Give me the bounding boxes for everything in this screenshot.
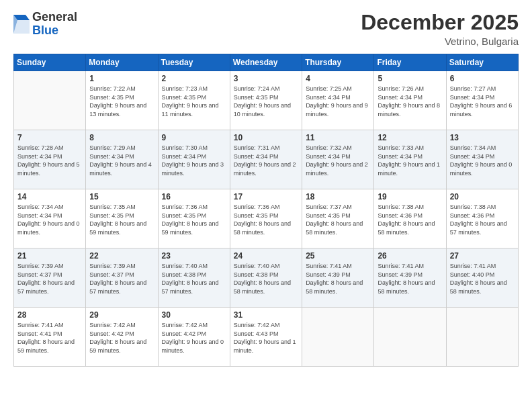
day-number: 23 xyxy=(162,251,226,261)
day-number: 27 xyxy=(450,251,515,261)
weekday-header: Saturday xyxy=(446,54,518,71)
month-title: December 2025 xyxy=(361,11,519,34)
calendar-cell: 10Sunrise: 7:31 AMSunset: 4:34 PMDayligh… xyxy=(230,130,302,189)
day-number: 28 xyxy=(17,310,82,320)
day-info: Sunrise: 7:39 AMSunset: 4:37 PMDaylight:… xyxy=(17,262,82,295)
day-number: 6 xyxy=(450,74,515,83)
day-number: 22 xyxy=(89,251,154,261)
calendar-cell: 21Sunrise: 7:39 AMSunset: 4:37 PMDayligh… xyxy=(14,248,86,308)
day-info: Sunrise: 7:33 AMSunset: 4:34 PMDaylight:… xyxy=(378,144,442,177)
day-number: 10 xyxy=(234,133,298,142)
calendar-week-row: 28Sunrise: 7:41 AMSunset: 4:41 PMDayligh… xyxy=(14,308,519,367)
day-number: 19 xyxy=(378,192,442,201)
day-number: 4 xyxy=(306,74,370,83)
logo-icon xyxy=(13,15,30,34)
day-number: 7 xyxy=(17,133,82,142)
calendar-cell: 26Sunrise: 7:41 AMSunset: 4:39 PMDayligh… xyxy=(374,248,446,308)
calendar-table: SundayMondayTuesdayWednesdayThursdayFrid… xyxy=(13,54,519,367)
location: Vetrino, Bulgaria xyxy=(361,36,519,47)
calendar-cell xyxy=(446,308,518,367)
day-info: Sunrise: 7:24 AMSunset: 4:35 PMDaylight:… xyxy=(234,85,298,118)
day-number: 16 xyxy=(162,192,226,201)
calendar-cell: 4Sunrise: 7:25 AMSunset: 4:34 PMDaylight… xyxy=(302,71,374,130)
header: General Blue December 2025 Vetrino, Bulg… xyxy=(13,11,519,47)
calendar-cell: 22Sunrise: 7:39 AMSunset: 4:37 PMDayligh… xyxy=(86,248,158,308)
day-info: Sunrise: 7:30 AMSunset: 4:34 PMDaylight:… xyxy=(162,144,226,177)
day-info: Sunrise: 7:23 AMSunset: 4:35 PMDaylight:… xyxy=(162,85,226,118)
weekday-header: Sunday xyxy=(14,54,86,71)
day-info: Sunrise: 7:34 AMSunset: 4:34 PMDaylight:… xyxy=(17,203,82,236)
calendar-cell: 9Sunrise: 7:30 AMSunset: 4:34 PMDaylight… xyxy=(158,130,230,189)
day-number: 30 xyxy=(162,310,226,320)
day-info: Sunrise: 7:41 AMSunset: 4:39 PMDaylight:… xyxy=(306,262,370,295)
calendar-cell: 29Sunrise: 7:42 AMSunset: 4:42 PMDayligh… xyxy=(86,308,158,367)
day-info: Sunrise: 7:41 AMSunset: 4:39 PMDaylight:… xyxy=(378,262,442,295)
calendar-cell: 27Sunrise: 7:41 AMSunset: 4:40 PMDayligh… xyxy=(446,248,518,308)
day-info: Sunrise: 7:27 AMSunset: 4:34 PMDaylight:… xyxy=(450,85,515,118)
calendar-header-row: SundayMondayTuesdayWednesdayThursdayFrid… xyxy=(14,54,519,71)
day-number: 18 xyxy=(306,192,370,201)
day-number: 9 xyxy=(162,133,226,142)
calendar-cell: 14Sunrise: 7:34 AMSunset: 4:34 PMDayligh… xyxy=(14,189,86,248)
day-number: 12 xyxy=(378,133,442,142)
calendar-week-row: 1Sunrise: 7:22 AMSunset: 4:35 PMDaylight… xyxy=(14,71,519,130)
day-info: Sunrise: 7:34 AMSunset: 4:34 PMDaylight:… xyxy=(450,144,515,177)
day-number: 3 xyxy=(234,74,298,83)
day-number: 14 xyxy=(17,192,82,201)
day-number: 8 xyxy=(89,133,154,142)
calendar-cell: 17Sunrise: 7:36 AMSunset: 4:35 PMDayligh… xyxy=(230,189,302,248)
calendar-cell: 28Sunrise: 7:41 AMSunset: 4:41 PMDayligh… xyxy=(14,308,86,367)
day-info: Sunrise: 7:40 AMSunset: 4:38 PMDaylight:… xyxy=(162,262,226,295)
day-info: Sunrise: 7:28 AMSunset: 4:34 PMDaylight:… xyxy=(17,144,82,177)
calendar-cell xyxy=(14,71,86,130)
day-info: Sunrise: 7:36 AMSunset: 4:35 PMDaylight:… xyxy=(234,203,298,236)
day-number: 5 xyxy=(378,74,442,83)
day-number: 15 xyxy=(89,192,154,201)
day-number: 17 xyxy=(234,192,298,201)
calendar-cell: 5Sunrise: 7:26 AMSunset: 4:34 PMDaylight… xyxy=(374,71,446,130)
day-info: Sunrise: 7:38 AMSunset: 4:36 PMDaylight:… xyxy=(378,203,442,236)
day-info: Sunrise: 7:35 AMSunset: 4:35 PMDaylight:… xyxy=(89,203,154,236)
calendar-cell: 19Sunrise: 7:38 AMSunset: 4:36 PMDayligh… xyxy=(374,189,446,248)
calendar-cell: 7Sunrise: 7:28 AMSunset: 4:34 PMDaylight… xyxy=(14,130,86,189)
calendar-cell: 18Sunrise: 7:37 AMSunset: 4:35 PMDayligh… xyxy=(302,189,374,248)
calendar-cell: 11Sunrise: 7:32 AMSunset: 4:34 PMDayligh… xyxy=(302,130,374,189)
day-info: Sunrise: 7:42 AMSunset: 4:42 PMDaylight:… xyxy=(89,321,154,355)
calendar-cell: 31Sunrise: 7:42 AMSunset: 4:43 PMDayligh… xyxy=(230,308,302,367)
day-info: Sunrise: 7:36 AMSunset: 4:35 PMDaylight:… xyxy=(162,203,226,236)
calendar-cell: 23Sunrise: 7:40 AMSunset: 4:38 PMDayligh… xyxy=(158,248,230,308)
calendar-week-row: 21Sunrise: 7:39 AMSunset: 4:37 PMDayligh… xyxy=(14,248,519,308)
day-info: Sunrise: 7:41 AMSunset: 4:41 PMDaylight:… xyxy=(17,321,82,355)
calendar-cell: 2Sunrise: 7:23 AMSunset: 4:35 PMDaylight… xyxy=(158,71,230,130)
calendar-cell: 16Sunrise: 7:36 AMSunset: 4:35 PMDayligh… xyxy=(158,189,230,248)
day-info: Sunrise: 7:37 AMSunset: 4:35 PMDaylight:… xyxy=(306,203,370,236)
page: General Blue December 2025 Vetrino, Bulg… xyxy=(0,0,532,411)
calendar-week-row: 14Sunrise: 7:34 AMSunset: 4:34 PMDayligh… xyxy=(14,189,519,248)
title-block: December 2025 Vetrino, Bulgaria xyxy=(361,11,519,47)
logo-text: General Blue xyxy=(32,11,77,38)
calendar-cell: 15Sunrise: 7:35 AMSunset: 4:35 PMDayligh… xyxy=(86,189,158,248)
day-info: Sunrise: 7:26 AMSunset: 4:34 PMDaylight:… xyxy=(378,85,442,118)
day-number: 29 xyxy=(89,310,154,320)
calendar-week-row: 7Sunrise: 7:28 AMSunset: 4:34 PMDaylight… xyxy=(14,130,519,189)
weekday-header: Friday xyxy=(374,54,446,71)
day-number: 25 xyxy=(306,251,370,261)
day-info: Sunrise: 7:22 AMSunset: 4:35 PMDaylight:… xyxy=(89,85,154,118)
day-info: Sunrise: 7:38 AMSunset: 4:36 PMDaylight:… xyxy=(450,203,515,236)
day-number: 13 xyxy=(450,133,515,142)
weekday-header: Thursday xyxy=(302,54,374,71)
calendar-cell: 13Sunrise: 7:34 AMSunset: 4:34 PMDayligh… xyxy=(446,130,518,189)
day-info: Sunrise: 7:32 AMSunset: 4:34 PMDaylight:… xyxy=(306,144,370,177)
calendar-cell: 25Sunrise: 7:41 AMSunset: 4:39 PMDayligh… xyxy=(302,248,374,308)
logo-general: General xyxy=(32,10,77,24)
day-info: Sunrise: 7:42 AMSunset: 4:42 PMDaylight:… xyxy=(162,321,226,355)
calendar-cell: 8Sunrise: 7:29 AMSunset: 4:34 PMDaylight… xyxy=(86,130,158,189)
day-number: 2 xyxy=(162,74,226,83)
day-info: Sunrise: 7:25 AMSunset: 4:34 PMDaylight:… xyxy=(306,85,370,118)
weekday-header: Monday xyxy=(86,54,158,71)
day-number: 21 xyxy=(17,251,82,261)
calendar-cell xyxy=(374,308,446,367)
calendar-cell: 24Sunrise: 7:40 AMSunset: 4:38 PMDayligh… xyxy=(230,248,302,308)
day-number: 1 xyxy=(89,74,154,83)
calendar-cell xyxy=(302,308,374,367)
